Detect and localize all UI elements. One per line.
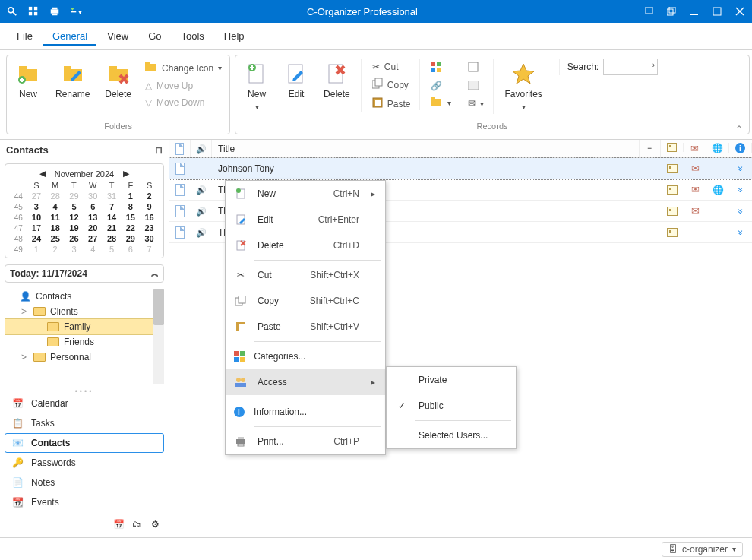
expand-icon[interactable] — [738, 227, 744, 238]
cal-day[interactable]: 23 — [140, 223, 159, 233]
calendar-table[interactable]: SMTWTFS 44272829303112453456789461011121… — [10, 180, 159, 255]
nav-calendar[interactable]: 📅Calendar — [5, 394, 164, 413]
tree-item[interactable]: >Clients — [5, 304, 164, 319]
tree-scroll-thumb[interactable] — [153, 289, 164, 325]
sub-private[interactable]: Private — [387, 367, 516, 393]
cal-day[interactable]: 28 — [46, 191, 65, 201]
cal-day[interactable]: 10 — [27, 212, 46, 223]
footer-gear-icon[interactable]: ⚙ — [149, 518, 161, 530]
misc-btn-2[interactable] — [465, 79, 487, 93]
menu-general[interactable]: General — [43, 26, 96, 46]
cal-prev-icon[interactable]: ◀ — [39, 169, 46, 179]
ctx-copy[interactable]: CopyShift+Ctrl+C — [226, 288, 385, 314]
cal-day[interactable]: 7 — [140, 244, 159, 255]
cal-day[interactable]: 30 — [84, 191, 103, 201]
ctx-print[interactable]: Print...Ctrl+P — [226, 429, 385, 454]
cal-day[interactable]: 30 — [140, 233, 159, 244]
cal-day[interactable]: 4 — [84, 244, 103, 255]
favorites-button[interactable]: Favorites ▾ — [493, 59, 546, 114]
ctx-paste[interactable]: PasteShift+Ctrl+V — [226, 314, 385, 340]
tree-expander-icon[interactable]: > — [21, 306, 29, 317]
tree-item[interactable]: Contacts — [5, 289, 164, 304]
cal-day[interactable]: 20 — [84, 223, 103, 233]
tree-expander-icon[interactable]: > — [21, 352, 29, 362]
nav-contacts[interactable]: 📧Contacts — [5, 433, 164, 453]
expand-icon[interactable] — [738, 206, 744, 217]
col-globe-icon[interactable] — [706, 143, 729, 153]
cal-day[interactable]: 8 — [121, 201, 140, 212]
cal-day[interactable]: 21 — [103, 223, 122, 233]
cal-day[interactable]: 1 — [27, 244, 46, 255]
col-title[interactable]: Title — [212, 140, 640, 157]
cal-day[interactable]: 2 — [46, 244, 65, 255]
splitter-grip[interactable]: •••• — [0, 388, 169, 392]
ctx-information[interactable]: iInformation... — [226, 399, 385, 425]
grid-row[interactable]: Johnson Tony — [169, 158, 752, 179]
sub-selected-users[interactable]: Selected Users... — [387, 422, 516, 448]
move-down-button[interactable]: ▽Move Down — [142, 96, 225, 109]
database-selector[interactable]: 🗄 c-organizer ▾ — [662, 542, 743, 557]
cal-day[interactable]: 19 — [65, 223, 84, 233]
cal-day[interactable]: 6 — [84, 201, 103, 212]
footer-calendar-icon[interactable]: 📅 — [112, 518, 125, 530]
cal-day[interactable]: 5 — [65, 201, 84, 212]
ctx-cut[interactable]: ✂CutShift+Ctrl+X — [226, 262, 385, 288]
record-new-button[interactable]: New ▾ — [240, 59, 273, 114]
cal-next-icon[interactable]: ▶ — [123, 169, 129, 179]
footer-card-icon[interactable]: 🗂 — [131, 518, 143, 530]
window-minimize-icon[interactable] — [688, 5, 700, 17]
cal-day[interactable]: 3 — [65, 244, 84, 255]
cal-day[interactable]: 6 — [121, 244, 140, 255]
tiles-icon[interactable] — [27, 5, 39, 17]
cal-day[interactable]: 13 — [84, 212, 103, 223]
cal-day[interactable]: 31 — [103, 191, 122, 201]
cal-day[interactable]: 3 — [27, 201, 46, 212]
cal-day[interactable]: 15 — [121, 212, 140, 223]
ctx-new[interactable]: NewCtrl+N▸ — [226, 181, 385, 207]
pin-icon[interactable]: ⊓ — [155, 144, 163, 156]
record-delete-button[interactable]: Delete — [319, 59, 355, 103]
cal-day[interactable]: 7 — [103, 201, 122, 212]
paste-button[interactable]: Paste — [369, 96, 414, 112]
cal-day[interactable]: 22 — [121, 223, 140, 233]
expand-icon[interactable] — [738, 185, 744, 195]
nav-passwords[interactable]: 🔑Passwords — [5, 453, 164, 473]
cal-day[interactable]: 16 — [140, 212, 159, 223]
cal-day[interactable]: 2 — [140, 191, 159, 201]
folder-delete-button[interactable]: Delete — [100, 59, 136, 103]
menu-tools[interactable]: Tools — [172, 26, 213, 46]
sub-public[interactable]: ✓Public — [387, 393, 516, 419]
misc-btn-1[interactable] — [465, 60, 487, 76]
cal-day[interactable]: 9 — [140, 201, 159, 212]
nav-notes[interactable]: 📄Notes — [5, 473, 164, 492]
menu-go[interactable]: Go — [139, 26, 170, 46]
ctx-categories[interactable]: Categories... — [226, 343, 385, 369]
folder-small-button[interactable]: ▾ — [428, 96, 454, 110]
menu-help[interactable]: Help — [215, 26, 254, 46]
folder-new-button[interactable]: New — [11, 59, 45, 103]
menu-file[interactable]: File — [8, 26, 42, 46]
cal-day[interactable]: 18 — [46, 223, 65, 233]
nav-events[interactable]: 📆Events — [5, 492, 164, 512]
menu-view[interactable]: View — [98, 26, 137, 46]
nav-tasks[interactable]: 📋Tasks — [5, 413, 164, 433]
cal-day[interactable]: 5 — [103, 244, 122, 255]
cut-button[interactable]: ✂Cut — [369, 60, 414, 74]
cal-day[interactable]: 11 — [46, 212, 65, 223]
link-button[interactable]: 🔗 — [428, 79, 454, 93]
cal-day[interactable]: 1 — [121, 191, 140, 201]
search-icon[interactable] — [6, 5, 18, 17]
cal-day[interactable]: 27 — [84, 233, 103, 244]
cal-day[interactable]: 29 — [65, 191, 84, 201]
col-speaker-icon[interactable] — [191, 140, 212, 157]
category-grid-button[interactable] — [428, 60, 454, 76]
cal-day[interactable]: 14 — [103, 212, 122, 223]
move-up-button[interactable]: △Move Up — [142, 79, 225, 93]
window-close-icon[interactable] — [734, 5, 746, 17]
col-card-icon[interactable] — [661, 143, 684, 152]
misc-btn-3[interactable]: ✉▾ — [465, 96, 487, 110]
ctx-edit[interactable]: EditCtrl+Enter — [226, 207, 385, 233]
tree-item[interactable]: Friends — [5, 334, 164, 350]
cal-day[interactable]: 28 — [103, 233, 122, 244]
tree-item[interactable]: >Personnal — [5, 350, 164, 365]
